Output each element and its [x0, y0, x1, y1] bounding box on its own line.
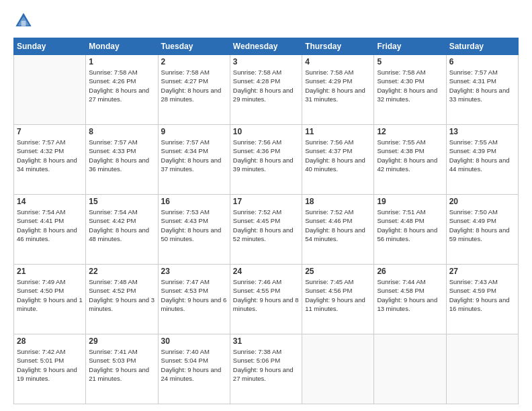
- day-info: Sunrise: 7:44 AMSunset: 4:58 PMDaylight:…: [377, 277, 443, 313]
- weekday-header-friday: Friday: [374, 38, 446, 55]
- day-number: 23: [161, 267, 227, 276]
- calendar-cell: [14, 55, 86, 125]
- calendar-cell: 14Sunrise: 7:54 AMSunset: 4:41 PMDayligh…: [14, 195, 86, 265]
- day-number: 4: [305, 57, 371, 66]
- day-info: Sunrise: 7:50 AMSunset: 4:49 PMDaylight:…: [449, 208, 515, 243]
- calendar-cell: 20Sunrise: 7:50 AMSunset: 4:49 PMDayligh…: [446, 195, 518, 265]
- day-info: Sunrise: 7:43 AMSunset: 4:59 PMDaylight:…: [449, 277, 515, 313]
- calendar-cell: 28Sunrise: 7:42 AMSunset: 5:01 PMDayligh…: [14, 334, 86, 404]
- calendar-cell: 1Sunrise: 7:58 AMSunset: 4:26 PMDaylight…: [86, 55, 158, 125]
- calendar-cell: 13Sunrise: 7:55 AMSunset: 4:39 PMDayligh…: [446, 125, 518, 195]
- day-info: Sunrise: 7:45 AMSunset: 4:56 PMDaylight:…: [305, 277, 371, 313]
- day-number: 18: [305, 197, 371, 206]
- day-number: 10: [233, 127, 299, 136]
- calendar-cell: 25Sunrise: 7:45 AMSunset: 4:56 PMDayligh…: [302, 265, 374, 334]
- day-info: Sunrise: 7:38 AMSunset: 5:06 PMDaylight:…: [233, 347, 299, 383]
- calendar-table: SundayMondayTuesdayWednesdayThursdayFrid…: [13, 38, 519, 404]
- day-info: Sunrise: 7:58 AMSunset: 4:29 PMDaylight:…: [305, 68, 371, 103]
- calendar-week-4: 21Sunrise: 7:49 AMSunset: 4:50 PMDayligh…: [14, 265, 519, 334]
- calendar-cell: 24Sunrise: 7:46 AMSunset: 4:55 PMDayligh…: [230, 265, 302, 334]
- day-info: Sunrise: 7:54 AMSunset: 4:42 PMDaylight:…: [89, 208, 154, 243]
- day-number: 3: [233, 57, 299, 66]
- calendar-cell: 30Sunrise: 7:40 AMSunset: 5:04 PMDayligh…: [158, 334, 230, 404]
- calendar-cell: 9Sunrise: 7:57 AMSunset: 4:34 PMDaylight…: [158, 125, 230, 195]
- day-info: Sunrise: 7:58 AMSunset: 4:28 PMDaylight:…: [233, 68, 299, 103]
- calendar-cell: 27Sunrise: 7:43 AMSunset: 4:59 PMDayligh…: [446, 265, 518, 334]
- day-number: 31: [233, 336, 299, 346]
- calendar-week-1: 1Sunrise: 7:58 AMSunset: 4:26 PMDaylight…: [14, 55, 519, 125]
- calendar-cell: 16Sunrise: 7:53 AMSunset: 4:43 PMDayligh…: [158, 195, 230, 265]
- calendar-cell: 7Sunrise: 7:57 AMSunset: 4:32 PMDaylight…: [14, 125, 86, 195]
- calendar-cell: 17Sunrise: 7:52 AMSunset: 4:45 PMDayligh…: [230, 195, 302, 265]
- day-number: 20: [449, 197, 515, 206]
- day-number: 2: [161, 57, 227, 66]
- weekday-header-saturday: Saturday: [446, 38, 518, 55]
- day-info: Sunrise: 7:56 AMSunset: 4:37 PMDaylight:…: [305, 138, 371, 173]
- day-number: 11: [305, 127, 371, 136]
- day-info: Sunrise: 7:52 AMSunset: 4:45 PMDaylight:…: [233, 208, 299, 243]
- calendar-cell: 23Sunrise: 7:47 AMSunset: 4:53 PMDayligh…: [158, 265, 230, 334]
- day-number: 30: [161, 336, 227, 346]
- calendar-cell: 12Sunrise: 7:55 AMSunset: 4:38 PMDayligh…: [374, 125, 446, 195]
- day-info: Sunrise: 7:58 AMSunset: 4:27 PMDaylight:…: [161, 68, 227, 103]
- day-info: Sunrise: 7:53 AMSunset: 4:43 PMDaylight:…: [161, 208, 227, 243]
- day-info: Sunrise: 7:56 AMSunset: 4:36 PMDaylight:…: [233, 138, 299, 173]
- day-number: 19: [377, 197, 443, 206]
- day-number: 12: [377, 127, 443, 136]
- day-info: Sunrise: 7:42 AMSunset: 5:01 PMDaylight:…: [17, 347, 83, 383]
- day-info: Sunrise: 7:52 AMSunset: 4:46 PMDaylight:…: [305, 208, 371, 243]
- day-info: Sunrise: 7:51 AMSunset: 4:48 PMDaylight:…: [377, 208, 443, 243]
- day-number: 5: [377, 57, 443, 66]
- day-number: 29: [89, 336, 154, 346]
- day-number: 7: [17, 127, 83, 136]
- day-info: Sunrise: 7:46 AMSunset: 4:55 PMDaylight:…: [233, 277, 299, 313]
- day-number: 22: [89, 267, 154, 276]
- day-info: Sunrise: 7:49 AMSunset: 4:50 PMDaylight:…: [17, 277, 83, 313]
- calendar-cell: 31Sunrise: 7:38 AMSunset: 5:06 PMDayligh…: [230, 334, 302, 404]
- logo-icon: [13, 11, 34, 31]
- weekday-header-thursday: Thursday: [302, 38, 374, 55]
- day-info: Sunrise: 7:58 AMSunset: 4:26 PMDaylight:…: [89, 68, 154, 103]
- weekday-header-wednesday: Wednesday: [230, 38, 302, 55]
- header: [13, 11, 519, 31]
- calendar-cell: 22Sunrise: 7:48 AMSunset: 4:52 PMDayligh…: [86, 265, 158, 334]
- svg-rect-2: [21, 21, 26, 26]
- calendar-cell: 3Sunrise: 7:58 AMSunset: 4:28 PMDaylight…: [230, 55, 302, 125]
- calendar-cell: 15Sunrise: 7:54 AMSunset: 4:42 PMDayligh…: [86, 195, 158, 265]
- day-number: 6: [449, 57, 515, 66]
- day-number: 9: [161, 127, 227, 136]
- weekday-header-sunday: Sunday: [14, 38, 86, 55]
- calendar-week-3: 14Sunrise: 7:54 AMSunset: 4:41 PMDayligh…: [14, 195, 519, 265]
- day-number: 27: [449, 267, 515, 276]
- day-info: Sunrise: 7:57 AMSunset: 4:32 PMDaylight:…: [17, 138, 83, 173]
- day-info: Sunrise: 7:48 AMSunset: 4:52 PMDaylight:…: [89, 277, 154, 313]
- day-info: Sunrise: 7:55 AMSunset: 4:39 PMDaylight:…: [449, 138, 515, 173]
- day-info: Sunrise: 7:57 AMSunset: 4:31 PMDaylight:…: [449, 68, 515, 103]
- calendar-cell: 29Sunrise: 7:41 AMSunset: 5:03 PMDayligh…: [86, 334, 158, 404]
- day-number: 8: [89, 127, 154, 136]
- page: SundayMondayTuesdayWednesdayThursdayFrid…: [0, 0, 532, 411]
- day-number: 17: [233, 197, 299, 206]
- calendar-week-5: 28Sunrise: 7:42 AMSunset: 5:01 PMDayligh…: [14, 334, 519, 404]
- day-number: 14: [17, 197, 83, 206]
- calendar-cell: [374, 334, 446, 404]
- calendar-cell: 4Sunrise: 7:58 AMSunset: 4:29 PMDaylight…: [302, 55, 374, 125]
- calendar-cell: 8Sunrise: 7:57 AMSunset: 4:33 PMDaylight…: [86, 125, 158, 195]
- calendar-cell: 6Sunrise: 7:57 AMSunset: 4:31 PMDaylight…: [446, 55, 518, 125]
- weekday-header-tuesday: Tuesday: [158, 38, 230, 55]
- calendar-cell: 5Sunrise: 7:58 AMSunset: 4:30 PMDaylight…: [374, 55, 446, 125]
- calendar-cell: 10Sunrise: 7:56 AMSunset: 4:36 PMDayligh…: [230, 125, 302, 195]
- day-number: 25: [305, 267, 371, 276]
- day-info: Sunrise: 7:57 AMSunset: 4:33 PMDaylight:…: [89, 138, 154, 173]
- day-number: 24: [233, 267, 299, 276]
- calendar-cell: 21Sunrise: 7:49 AMSunset: 4:50 PMDayligh…: [14, 265, 86, 334]
- weekday-header-row: SundayMondayTuesdayWednesdayThursdayFrid…: [14, 38, 519, 55]
- day-number: 26: [377, 267, 443, 276]
- calendar-cell: 19Sunrise: 7:51 AMSunset: 4:48 PMDayligh…: [374, 195, 446, 265]
- calendar-week-2: 7Sunrise: 7:57 AMSunset: 4:32 PMDaylight…: [14, 125, 519, 195]
- day-info: Sunrise: 7:55 AMSunset: 4:38 PMDaylight:…: [377, 138, 443, 173]
- calendar-cell: [302, 334, 374, 404]
- calendar-cell: 18Sunrise: 7:52 AMSunset: 4:46 PMDayligh…: [302, 195, 374, 265]
- logo: [13, 11, 38, 31]
- calendar-cell: [446, 334, 518, 404]
